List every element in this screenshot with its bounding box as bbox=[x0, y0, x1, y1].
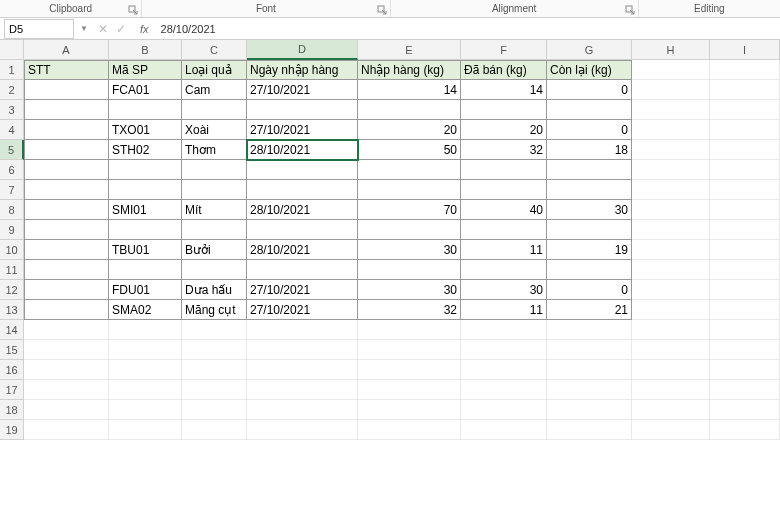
cell-B13[interactable]: SMA02 bbox=[109, 300, 182, 320]
cell-C13[interactable]: Măng cụt bbox=[182, 300, 247, 320]
col-header-E[interactable]: E bbox=[358, 40, 461, 60]
cell-D2[interactable]: 27/10/2021 bbox=[247, 80, 358, 100]
row-header[interactable]: 9 bbox=[0, 220, 24, 240]
cell-G3[interactable] bbox=[547, 100, 632, 120]
cell-A3[interactable] bbox=[24, 100, 109, 120]
cell-B14[interactable] bbox=[109, 320, 182, 340]
cell-E7[interactable] bbox=[358, 180, 461, 200]
cell-A7[interactable] bbox=[24, 180, 109, 200]
cell-I9[interactable] bbox=[710, 220, 780, 240]
cell-A8[interactable] bbox=[24, 200, 109, 220]
cell-H5[interactable] bbox=[632, 140, 710, 160]
row-header[interactable]: 15 bbox=[0, 340, 24, 360]
cell-G19[interactable] bbox=[547, 420, 632, 440]
cell-D19[interactable] bbox=[247, 420, 358, 440]
cell-G4[interactable]: 0 bbox=[547, 120, 632, 140]
cell-E12[interactable]: 30 bbox=[358, 280, 461, 300]
cell-E8[interactable]: 70 bbox=[358, 200, 461, 220]
cell-E16[interactable] bbox=[358, 360, 461, 380]
cell-H9[interactable] bbox=[632, 220, 710, 240]
cell-C4[interactable]: Xoài bbox=[182, 120, 247, 140]
cell-F4[interactable]: 20 bbox=[461, 120, 547, 140]
cell-D17[interactable] bbox=[247, 380, 358, 400]
cell-B7[interactable] bbox=[109, 180, 182, 200]
cell-C2[interactable]: Cam bbox=[182, 80, 247, 100]
cell-G16[interactable] bbox=[547, 360, 632, 380]
cell-D4[interactable]: 27/10/2021 bbox=[247, 120, 358, 140]
cell-H7[interactable] bbox=[632, 180, 710, 200]
row-header[interactable]: 10 bbox=[0, 240, 24, 260]
cell-H17[interactable] bbox=[632, 380, 710, 400]
cell-B19[interactable] bbox=[109, 420, 182, 440]
fx-icon[interactable]: fx bbox=[134, 23, 155, 35]
cell-E19[interactable] bbox=[358, 420, 461, 440]
cell-B4[interactable]: TXO01 bbox=[109, 120, 182, 140]
cell-B17[interactable] bbox=[109, 380, 182, 400]
name-box[interactable]: D5 bbox=[4, 19, 74, 39]
cell-I13[interactable] bbox=[710, 300, 780, 320]
cell-A14[interactable] bbox=[24, 320, 109, 340]
cell-H1[interactable] bbox=[632, 60, 710, 80]
cell-C8[interactable]: Mít bbox=[182, 200, 247, 220]
row-header[interactable]: 18 bbox=[0, 400, 24, 420]
cell-E1[interactable]: Nhập hàng (kg) bbox=[358, 60, 461, 80]
cell-C9[interactable] bbox=[182, 220, 247, 240]
cell-D11[interactable] bbox=[247, 260, 358, 280]
dialog-launcher-icon[interactable] bbox=[377, 5, 387, 15]
cell-B12[interactable]: FDU01 bbox=[109, 280, 182, 300]
cell-F13[interactable]: 11 bbox=[461, 300, 547, 320]
cell-H4[interactable] bbox=[632, 120, 710, 140]
cell-H6[interactable] bbox=[632, 160, 710, 180]
cell-A17[interactable] bbox=[24, 380, 109, 400]
cell-F5[interactable]: 32 bbox=[461, 140, 547, 160]
cell-C3[interactable] bbox=[182, 100, 247, 120]
cell-G6[interactable] bbox=[547, 160, 632, 180]
cell-F16[interactable] bbox=[461, 360, 547, 380]
cell-E18[interactable] bbox=[358, 400, 461, 420]
cell-G10[interactable]: 19 bbox=[547, 240, 632, 260]
cell-G5[interactable]: 18 bbox=[547, 140, 632, 160]
cell-I7[interactable] bbox=[710, 180, 780, 200]
row-header[interactable]: 16 bbox=[0, 360, 24, 380]
cell-B18[interactable] bbox=[109, 400, 182, 420]
cell-D15[interactable] bbox=[247, 340, 358, 360]
cell-A15[interactable] bbox=[24, 340, 109, 360]
cell-D8[interactable]: 28/10/2021 bbox=[247, 200, 358, 220]
cell-H10[interactable] bbox=[632, 240, 710, 260]
cell-B8[interactable]: SMI01 bbox=[109, 200, 182, 220]
cell-G9[interactable] bbox=[547, 220, 632, 240]
row-header[interactable]: 19 bbox=[0, 420, 24, 440]
cell-H8[interactable] bbox=[632, 200, 710, 220]
cell-A5[interactable] bbox=[24, 140, 109, 160]
cell-F1[interactable]: Đã bán (kg) bbox=[461, 60, 547, 80]
cell-D5[interactable]: 28/10/2021 bbox=[247, 140, 358, 160]
cell-H14[interactable] bbox=[632, 320, 710, 340]
col-header-A[interactable]: A bbox=[24, 40, 109, 60]
cell-A13[interactable] bbox=[24, 300, 109, 320]
cell-F2[interactable]: 14 bbox=[461, 80, 547, 100]
cell-F10[interactable]: 11 bbox=[461, 240, 547, 260]
cell-D7[interactable] bbox=[247, 180, 358, 200]
cell-F18[interactable] bbox=[461, 400, 547, 420]
cell-I14[interactable] bbox=[710, 320, 780, 340]
cell-I6[interactable] bbox=[710, 160, 780, 180]
cell-I18[interactable] bbox=[710, 400, 780, 420]
col-header-D[interactable]: D bbox=[247, 40, 358, 60]
cell-C11[interactable] bbox=[182, 260, 247, 280]
cell-E13[interactable]: 32 bbox=[358, 300, 461, 320]
cell-A11[interactable] bbox=[24, 260, 109, 280]
cell-A12[interactable] bbox=[24, 280, 109, 300]
cell-G18[interactable] bbox=[547, 400, 632, 420]
cell-I1[interactable] bbox=[710, 60, 780, 80]
col-header-C[interactable]: C bbox=[182, 40, 247, 60]
cell-B5[interactable]: STH02 bbox=[109, 140, 182, 160]
cell-G14[interactable] bbox=[547, 320, 632, 340]
enter-icon[interactable]: ✓ bbox=[116, 22, 126, 36]
row-header[interactable]: 4 bbox=[0, 120, 24, 140]
cell-C1[interactable]: Loại quả bbox=[182, 60, 247, 80]
cell-C17[interactable] bbox=[182, 380, 247, 400]
cell-F17[interactable] bbox=[461, 380, 547, 400]
cell-D12[interactable]: 27/10/2021 bbox=[247, 280, 358, 300]
dialog-launcher-icon[interactable] bbox=[128, 5, 138, 15]
cell-D18[interactable] bbox=[247, 400, 358, 420]
